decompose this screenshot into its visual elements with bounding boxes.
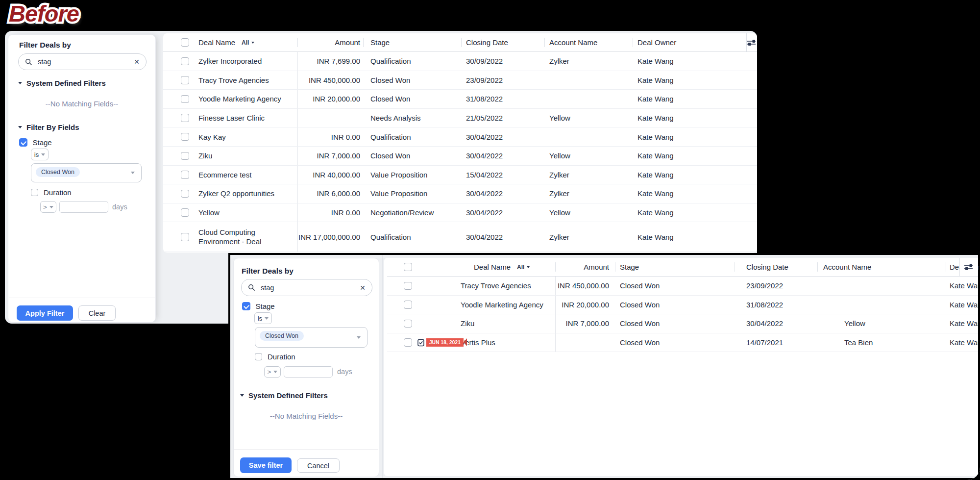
all-filter-dropdown[interactable]: All [242,39,254,46]
amount-cell: INR 7,000.00 [555,314,615,333]
filter-panel: Filter Deals by ✕ System Defined Filters… [8,34,156,323]
clear-search-icon[interactable]: ✕ [360,284,366,292]
before-label: Before [9,0,79,27]
stage-cell: Value Proposition [363,184,461,203]
deal-name-text: Yoodle Marketing Agency [461,300,543,309]
deal-name-cell[interactable]: Yoodle Marketing Agency [416,296,555,314]
header-closing-date[interactable]: Closing Date [735,258,817,276]
header-closing-date[interactable]: Closing Date [461,33,544,51]
deal-name-cell[interactable]: Yellow [191,203,297,222]
stage-operator-dropdown[interactable]: is [31,149,49,160]
column-settings-button[interactable] [959,258,978,276]
task-check-icon [417,339,424,347]
header-checkbox-cell [387,258,416,276]
select-all-checkbox[interactable] [404,263,412,271]
row-checkbox[interactable] [404,338,412,347]
apply-filter-button[interactable]: Apply Filter [17,305,73,321]
cancel-button[interactable]: Cancel [297,458,340,473]
deal-name-cell[interactable]: Tracy Trove Agencies [416,277,555,295]
all-filter-dropdown[interactable]: All [517,264,530,271]
duration-operator-dropdown[interactable]: > [40,201,56,213]
header-stage[interactable]: Stage [615,258,735,276]
table-row: Cloud Computing Environment - DealINR 17… [163,222,757,252]
duration-operator-dropdown[interactable]: > [264,366,281,378]
deal-name-cell[interactable]: Cloud Computing Environment - Deal [191,222,297,252]
header-deal-owner[interactable]: Deal Owner [633,33,757,51]
stage-operator-dropdown[interactable]: is [254,312,272,324]
header-deal-name[interactable]: Deal Name All [416,258,555,276]
deal-name-cell[interactable]: Zylker Incorporated [191,52,297,71]
select-all-checkbox[interactable] [181,38,189,47]
deal-name-text: Cloud Computing Environment - Deal [198,227,293,246]
row-checkbox-cell [163,71,191,90]
stage-checkbox[interactable] [242,302,250,310]
stage-value-select[interactable]: Closed Won [255,327,368,348]
section-system-defined-filters[interactable]: System Defined Filters [18,79,106,87]
row-checkbox[interactable] [181,57,189,66]
row-checkbox[interactable] [181,76,189,84]
header-account-name[interactable]: Account Name [544,33,633,51]
table-row: Kay KayINR 0.00Qualification30/04/2022Ka… [163,127,757,147]
duration-value-input-wrap [59,201,108,213]
selected-stage-token[interactable]: Closed Won [260,331,304,341]
duration-checkbox[interactable] [31,189,38,196]
duration-checkbox[interactable] [255,353,262,360]
table-header: Deal Name All Amount Stage Closing Date … [163,33,757,52]
row-checkbox[interactable] [181,171,189,179]
deal-name-cell[interactable]: JUN 18, 2021Vertis Plus [416,333,555,352]
row-checkbox[interactable] [404,301,412,309]
row-checkbox-cell [387,296,416,314]
deal-name-text: Zylker Q2 opportunities [198,189,274,198]
header-checkbox-cell [163,33,191,51]
section-system-defined-filters[interactable]: System Defined Filters [240,391,328,400]
deal-owner-cell: Kate Wang [633,203,757,222]
duration-value-input[interactable] [284,367,332,377]
deal-owner-cell: Kate Wang [633,127,757,146]
row-checkbox[interactable] [181,114,189,122]
duration-value-input[interactable] [60,202,108,212]
row-checkbox[interactable] [181,152,189,160]
closing-date-cell: 30/04/2022 [461,147,544,165]
row-checkbox[interactable] [181,133,189,141]
caret-down-icon [18,82,22,84]
deal-name-cell[interactable]: Ecommerce test [191,166,297,184]
deal-owner-cell: Kate Wang [946,314,978,333]
row-checkbox[interactable] [181,95,189,103]
deal-name-cell[interactable]: Ziku [416,314,555,333]
header-account-name[interactable]: Account Name [817,258,946,276]
header-amount[interactable]: Amount [555,258,615,276]
filter-search-box[interactable]: ✕ [241,279,372,296]
row-checkbox-cell [387,314,416,333]
row-checkbox-cell [163,109,191,127]
header-stage[interactable]: Stage [363,33,461,51]
stage-value-select[interactable]: Closed Won [31,163,142,182]
row-checkbox-cell [163,90,191,108]
row-checkbox[interactable] [181,208,189,217]
clear-button[interactable]: Clear [78,305,116,321]
table-body: Tracy Trove AgenciesINR 450,000.00Closed… [387,277,978,352]
deal-name-cell[interactable]: Yoodle Marketing Agency [191,90,297,108]
clear-search-icon[interactable]: ✕ [134,58,140,66]
row-checkbox[interactable] [181,233,189,241]
deal-name-cell[interactable]: Tracy Trove Agencies [191,71,297,90]
account-name-cell [544,71,633,90]
stage-cell: Qualification [363,222,461,252]
section-filter-by-fields[interactable]: Filter By Fields [18,123,79,131]
filter-search-box[interactable]: ✕ [18,53,147,70]
deal-name-cell[interactable]: Zylker Q2 opportunities [191,184,297,203]
row-checkbox[interactable] [404,282,412,290]
header-deal-name[interactable]: Deal Name All [191,33,297,51]
header-amount[interactable]: Amount [297,33,363,51]
selected-stage-token[interactable]: Closed Won [36,167,80,177]
row-checkbox[interactable] [181,190,189,198]
deal-name-cell[interactable]: Ziku [191,147,297,165]
deal-name-cell[interactable]: Kay Kay [191,127,297,146]
deal-name-cell[interactable]: Finesse Laser Clinic [191,109,297,127]
row-checkbox[interactable] [404,320,412,328]
column-settings-button[interactable] [746,33,757,51]
table-row: ZikuINR 7,000.00Closed Won30/04/2022Yell… [387,314,978,333]
search-input[interactable] [260,283,355,292]
save-filter-button[interactable]: Save filter [240,457,292,473]
search-input[interactable] [37,57,129,66]
stage-checkbox[interactable] [19,138,27,147]
